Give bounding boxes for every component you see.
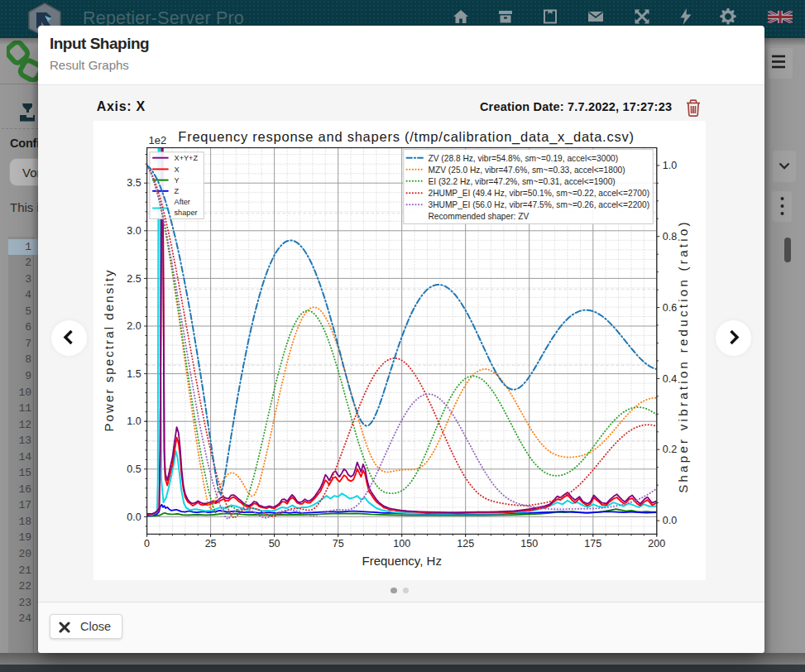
svg-text:0.0: 0.0 [127, 511, 141, 523]
svg-text:2HUMP_EI (49.4 Hz, vibr=50.1%,: 2HUMP_EI (49.4 Hz, vibr=50.1%, sm~=0.22,… [428, 189, 649, 198]
svg-text:1.0: 1.0 [663, 160, 677, 171]
svg-text:0.0: 0.0 [663, 515, 677, 526]
svg-text:175: 175 [584, 538, 601, 550]
svg-text:X: X [174, 166, 179, 174]
svg-text:50: 50 [269, 538, 280, 550]
svg-text:Shaper vibration reduction (ra: Shaper vibration reduction (ratio) [675, 219, 689, 493]
svg-text:Frequency response and shapers: Frequency response and shapers (/tmp/cal… [178, 129, 634, 145]
svg-text:Y: Y [174, 176, 179, 185]
svg-text:Recommended shaper: ZV: Recommended shaper: ZV [428, 212, 529, 221]
svg-text:MZV (25.0 Hz, vibr=47.6%, sm~=: MZV (25.0 Hz, vibr=47.6%, sm~=0.33, acce… [428, 166, 625, 175]
svg-text:0: 0 [144, 538, 150, 550]
svg-text:EI (32.2 Hz, vibr=47.2%, sm~=0: EI (32.2 Hz, vibr=47.2%, sm~=0.31, accel… [428, 177, 615, 186]
svg-text:Frequency, Hz: Frequency, Hz [362, 554, 441, 568]
svg-text:shaper: shaper [174, 209, 197, 217]
svg-text:150: 150 [520, 538, 538, 550]
svg-text:ZV (28.8 Hz, vibr=54.8%, sm~=0: ZV (28.8 Hz, vibr=54.8%, sm~=0.19, accel… [428, 154, 618, 163]
svg-text:0.5: 0.5 [127, 463, 141, 475]
svg-text:25: 25 [205, 538, 217, 550]
svg-text:1.0: 1.0 [127, 415, 141, 427]
svg-text:X+Y+Z: X+Y+Z [174, 154, 198, 162]
svg-text:1e2: 1e2 [148, 134, 166, 146]
svg-text:2.5: 2.5 [127, 273, 141, 285]
svg-text:1.5: 1.5 [127, 368, 141, 380]
svg-text:125: 125 [457, 538, 474, 550]
svg-text:3.0: 3.0 [127, 225, 141, 237]
svg-text:75: 75 [333, 538, 344, 550]
svg-text:After: After [174, 198, 189, 206]
svg-text:Power spectral density: Power spectral density [101, 268, 115, 431]
svg-text:2.0: 2.0 [127, 320, 141, 332]
svg-text:3HUMP_EI (56.0 Hz, vibr=47.5%,: 3HUMP_EI (56.0 Hz, vibr=47.5%, sm~=0.26,… [428, 200, 649, 209]
svg-text:Z: Z [174, 187, 179, 195]
svg-text:200: 200 [648, 538, 665, 550]
svg-text:100: 100 [393, 538, 410, 550]
svg-text:3.5: 3.5 [127, 177, 141, 189]
